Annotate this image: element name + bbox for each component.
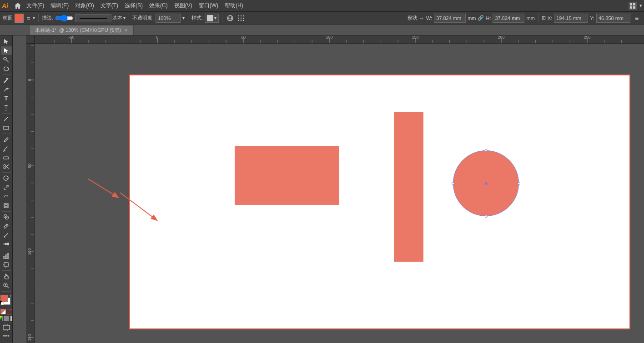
artboard-tool[interactable] [1, 260, 12, 269]
x-input[interactable] [554, 14, 588, 23]
tab-close-button[interactable]: ✕ [124, 28, 128, 33]
eyedropper-tool[interactable] [1, 222, 12, 230]
svg-point-7 [238, 15, 239, 16]
more-tools-btn[interactable]: ••• [3, 332, 10, 341]
text-tool[interactable]: T [1, 94, 12, 103]
separator-4 [222, 14, 222, 22]
globe-icon[interactable] [226, 14, 235, 23]
artboard-icon-btn[interactable] [2, 323, 10, 332]
separator-3 [188, 14, 188, 22]
scale-tool[interactable] [1, 183, 12, 192]
document-canvas[interactable] [38, 47, 644, 343]
width-input[interactable] [434, 14, 466, 23]
shape-builder-tool[interactable] [1, 213, 12, 221]
stroke-arrow-btn[interactable]: ▾ [25, 15, 35, 21]
pencil-tool[interactable] [1, 144, 12, 153]
mm-unit-2: mm [526, 15, 534, 21]
ruler-top [35, 35, 644, 44]
height-input[interactable] [493, 14, 524, 23]
chart-tool[interactable] [1, 252, 12, 260]
selection-handle-bottom[interactable] [485, 215, 488, 218]
svg-marker-17 [4, 48, 8, 53]
pen-tool[interactable] [1, 76, 12, 85]
y-input[interactable] [596, 14, 630, 23]
shape-rectangle-1[interactable] [235, 146, 339, 205]
tools-panel: T T̲ [0, 35, 13, 343]
svg-marker-16 [4, 39, 8, 44]
canvas-area[interactable] [26, 35, 644, 343]
svg-point-31 [4, 164, 5, 166]
selection-handle-top[interactable] [485, 149, 488, 152]
eraser-tool[interactable] [1, 154, 12, 162]
separator-1 [38, 14, 39, 22]
selection-handle-center[interactable] [485, 182, 488, 185]
app-logo: Ai [2, 2, 8, 10]
rotate-tool[interactable] [1, 174, 12, 183]
selection-handle-left[interactable] [452, 182, 454, 185]
warp-tool[interactable] [1, 192, 12, 201]
menu-window[interactable]: 窗口(W) [196, 1, 221, 10]
fill-color-box[interactable] [15, 14, 24, 23]
menu-file[interactable]: 文件(F) [24, 1, 47, 10]
svg-point-12 [243, 17, 244, 18]
menu-help[interactable]: 帮助(H) [222, 1, 246, 10]
line-segment-tool[interactable] [1, 114, 12, 123]
select-tool[interactable] [1, 37, 12, 46]
default-colors-icon[interactable] [0, 301, 4, 306]
touch-type-tool[interactable]: T̲ [1, 103, 12, 112]
color-gradient-swatch[interactable] [0, 316, 3, 321]
menu-edit[interactable]: 编辑(E) [48, 1, 71, 10]
direct-select-tool[interactable] [1, 46, 12, 55]
add-anchor-tool[interactable] [1, 85, 12, 94]
svg-rect-47 [4, 256, 5, 258]
menu-select[interactable]: 选择(S) [122, 1, 146, 10]
magic-wand-tool[interactable] [1, 55, 12, 64]
color-area[interactable]: ⇄ [0, 295, 12, 304]
artboard[interactable] [130, 75, 629, 328]
svg-point-19 [4, 57, 6, 60]
stroke-width-slider[interactable] [55, 15, 73, 22]
zoom-tool[interactable] [1, 281, 12, 290]
no-color-icon[interactable] [7, 309, 12, 314]
opacity-dropdown-arrow[interactable]: ▾ [182, 15, 185, 20]
opacity-input[interactable] [156, 14, 181, 23]
measure-tool[interactable] [1, 231, 12, 239]
menu-effect[interactable]: 效果(C) [146, 1, 171, 10]
blend-tool[interactable] [1, 240, 12, 249]
shape-circle-1[interactable] [453, 150, 519, 216]
menu-text[interactable]: 文字(T) [98, 1, 121, 10]
workspace-switcher-icon[interactable] [629, 2, 637, 10]
grid-dots-icon[interactable] [236, 14, 246, 23]
tool-sep-7 [2, 270, 11, 271]
style-dropdown[interactable]: ▾ [205, 14, 219, 23]
toolbar-right: 形状 ↔ W: mm 🔗 H: mm ⊞ X: Y: ≡ [408, 14, 641, 23]
svg-line-35 [6, 185, 8, 188]
svg-rect-62 [3, 325, 10, 330]
menu-view[interactable]: 视图(V) [171, 1, 195, 10]
tool-sep-2 [2, 113, 11, 114]
lasso-tool[interactable] [1, 65, 12, 73]
paint-brush-tool[interactable] [1, 135, 12, 144]
rect-tool[interactable] [1, 124, 12, 132]
document-tab[interactable]: 未标题-1* @ 100% (CMYK/GPU 预览) ✕ [29, 25, 134, 35]
tool-sep-8 [2, 291, 11, 292]
menu-object[interactable]: 对象(O) [72, 1, 96, 10]
selection-handle-right[interactable] [518, 182, 520, 185]
more-options-icon[interactable]: ≡ [632, 14, 641, 23]
color-mode-gradient-icon[interactable] [0, 309, 6, 314]
shape-rectangle-2[interactable] [394, 112, 423, 262]
scissors-tool[interactable] [1, 163, 12, 171]
stroke-type-dropdown[interactable]: 基本 ▾ [75, 14, 126, 22]
swap-colors-icon[interactable]: ⇄ [10, 293, 13, 298]
home-button[interactable] [13, 1, 23, 11]
free-transform-tool[interactable] [1, 201, 12, 210]
w-icon: ↔ [419, 15, 424, 21]
svg-rect-36 [4, 204, 8, 208]
transform-icon: ⊞ [542, 15, 546, 21]
hand-tool[interactable] [1, 272, 12, 281]
link-icon: 🔗 [478, 15, 484, 21]
svg-rect-29 [4, 126, 9, 129]
swatch-2[interactable] [4, 316, 9, 321]
svg-line-61 [7, 309, 12, 314]
svg-rect-48 [5, 255, 7, 258]
